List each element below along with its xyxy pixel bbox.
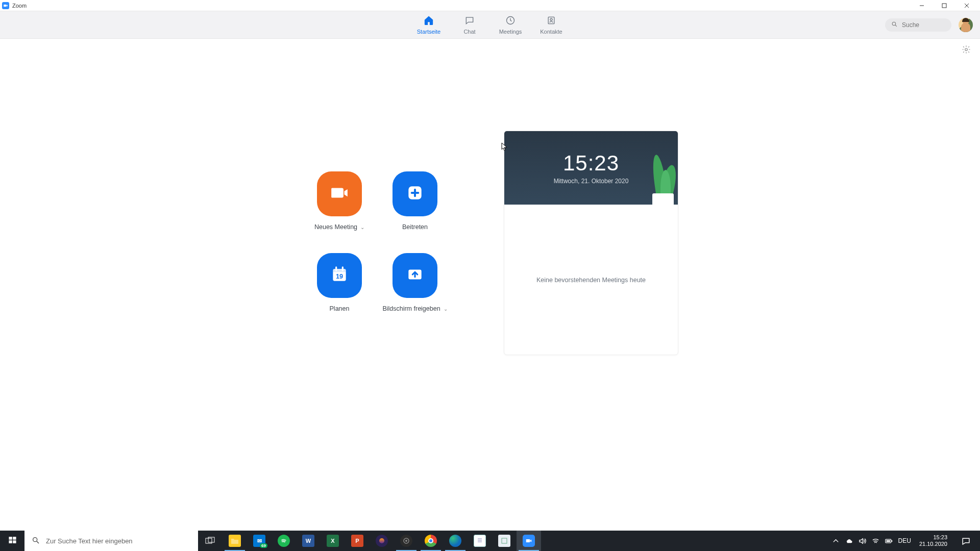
plant-decoration: [649, 146, 678, 205]
nav-tab-label: Meetings: [499, 29, 522, 35]
svg-text:19: 19: [336, 273, 343, 280]
search-input[interactable]: [902, 21, 948, 29]
edge-icon: [449, 535, 461, 547]
svg-rect-19: [9, 540, 12, 543]
taskbar-app-taskview[interactable]: [198, 531, 223, 551]
taskbar: Zur Suche Text hier eingeben ✉69 W X P D…: [0, 531, 980, 551]
nav-tab-meetings[interactable]: Meetings: [492, 11, 529, 38]
start-button[interactable]: [0, 531, 24, 551]
svg-rect-33: [887, 540, 891, 541]
share-screen-button[interactable]: [393, 253, 437, 298]
system-tray: DEU 15:23 21.10.2020: [828, 531, 980, 551]
search-box[interactable]: [885, 18, 951, 32]
nav-tab-chat[interactable]: Chat: [451, 11, 488, 38]
action-label: Beitreten: [402, 223, 428, 231]
taskbar-app-chrome[interactable]: [419, 531, 443, 551]
zoom-logo-icon: [2, 2, 9, 9]
topnav-right: [885, 18, 980, 32]
action-new-meeting: Neues Meeting ⌄: [302, 171, 377, 253]
taskbar-search-placeholder: Zur Suche Text hier eingeben: [46, 537, 133, 545]
svg-point-21: [33, 537, 37, 541]
word-icon: W: [302, 535, 314, 547]
calendar-date: Mittwoch, 21. Oktober 2020: [554, 178, 629, 185]
eclipse-icon: [376, 535, 388, 547]
svg-point-7: [892, 22, 896, 26]
main-content: Neues Meeting ⌄ Beitreten 19 Planen: [0, 39, 980, 355]
taskview-icon: [204, 535, 216, 547]
svg-point-9: [965, 48, 968, 51]
tray-time: 15:23: [933, 534, 947, 541]
calendar-time: 15:23: [563, 151, 619, 176]
chevron-down-icon[interactable]: ⌄: [444, 306, 448, 312]
folder-icon: [229, 535, 241, 547]
maximize-button[interactable]: [933, 0, 955, 11]
svg-point-6: [550, 18, 552, 20]
action-grid: Neues Meeting ⌄ Beitreten 19 Planen: [302, 171, 453, 355]
calendar-hero: 15:23 Mittwoch, 21. Oktober 2020: [504, 131, 678, 205]
svg-rect-12: [333, 269, 346, 272]
taskbar-app-mail[interactable]: ✉69: [247, 531, 272, 551]
svg-rect-17: [9, 537, 12, 540]
schedule-button[interactable]: 19: [317, 253, 362, 298]
action-label: Planen: [330, 305, 350, 312]
taskbar-app-obs[interactable]: [394, 531, 419, 551]
zoom-icon: [523, 535, 535, 547]
action-label: Bildschirm freigeben: [382, 305, 440, 312]
tray-onedrive-icon[interactable]: [845, 537, 853, 545]
taskbar-app-edge[interactable]: [443, 531, 468, 551]
obs-icon: [400, 535, 412, 547]
action-label-row: Planen: [330, 305, 350, 312]
home-icon: [424, 15, 434, 28]
svg-rect-20: [13, 540, 16, 543]
nav-tab-contacts[interactable]: Kontakte: [533, 11, 570, 38]
powerpoint-icon: P: [351, 535, 363, 547]
app-icon: [498, 535, 510, 547]
chevron-down-icon[interactable]: ⌄: [360, 224, 364, 230]
taskbar-app-explorer[interactable]: [223, 531, 247, 551]
top-nav: Startseite Chat Meetings Kontakte: [0, 11, 980, 39]
svg-rect-18: [13, 537, 16, 540]
new-meeting-button[interactable]: [317, 171, 362, 216]
taskbar-app-zoom[interactable]: [517, 531, 541, 551]
join-button[interactable]: [393, 171, 437, 216]
action-label-row: Bildschirm freigeben ⌄: [382, 305, 447, 312]
share-icon: [405, 265, 425, 286]
tray-notifications[interactable]: [955, 531, 976, 551]
tray-clock[interactable]: 15:23 21.10.2020: [916, 534, 950, 547]
tray-chevron-up-icon[interactable]: [832, 537, 840, 545]
plus-icon: [405, 183, 425, 205]
taskbar-app-excel[interactable]: X: [321, 531, 345, 551]
taskbar-search[interactable]: Zur Suche Text hier eingeben: [24, 531, 198, 551]
nav-tab-label: Kontakte: [540, 29, 562, 35]
nav-tab-home[interactable]: Startseite: [410, 11, 447, 38]
action-label-row: Neues Meeting ⌄: [314, 223, 364, 231]
tray-language[interactable]: DEU: [898, 537, 911, 544]
taskbar-app-powerpoint[interactable]: P: [345, 531, 370, 551]
titlebar: Zoom: [0, 0, 980, 11]
taskbar-app-eclipse[interactable]: [370, 531, 394, 551]
window-controls: [911, 0, 978, 11]
tray-wifi-icon[interactable]: [872, 537, 880, 545]
tray-battery-icon[interactable]: [885, 537, 893, 545]
taskbar-app-word[interactable]: W: [296, 531, 321, 551]
svg-rect-30: [502, 538, 507, 543]
taskbar-app-notepad[interactable]: [468, 531, 492, 551]
taskbar-app-generic[interactable]: [492, 531, 517, 551]
search-icon: [891, 20, 898, 30]
spotify-icon: [278, 535, 290, 547]
chrome-icon: [425, 535, 437, 547]
profile-avatar[interactable]: [959, 18, 973, 32]
window-title: Zoom: [12, 3, 27, 9]
nav-tabs: Startseite Chat Meetings Kontakte: [410, 11, 570, 38]
windows-icon: [8, 536, 17, 546]
minimize-button[interactable]: [911, 0, 933, 11]
settings-button[interactable]: [962, 45, 971, 56]
calendar-icon: 19: [330, 265, 349, 286]
calendar-body: Keine bevorstehenden Meetings heute: [504, 205, 678, 355]
contacts-icon: [546, 15, 556, 28]
taskbar-app-spotify[interactable]: [272, 531, 296, 551]
video-icon: [330, 183, 349, 205]
svg-line-22: [37, 541, 39, 543]
tray-volume-icon[interactable]: [859, 537, 867, 545]
close-button[interactable]: [955, 0, 978, 11]
